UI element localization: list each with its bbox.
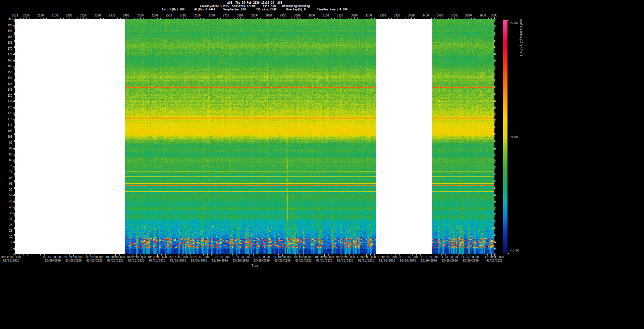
time-tick-label: 09:50:00.00002/26/2026 — [64, 256, 83, 263]
record-tick-label: 2250 — [80, 14, 87, 17]
frequency-tick-label: 55 — [0, 188, 12, 191]
record-tick-label: 2900 — [266, 14, 272, 17]
time-tick-label: 11:20:00.00002/26/2026 — [440, 256, 460, 263]
time-tick-date: 02/26/2026 — [189, 259, 209, 263]
time-tick-date: 02/26/2026 — [485, 259, 504, 263]
frequency-tick-label: 65 — [0, 176, 12, 179]
time-tick-time: 11:15:00.000 — [419, 256, 438, 259]
time-tick-label: 09:55:00.00002/26/2026 — [85, 256, 104, 263]
time-tick-label: 10:40:00.00002/26/2026 — [273, 256, 292, 263]
record-tick-label: 3400 — [408, 14, 415, 17]
record-tick-label: 2011 — [12, 14, 18, 17]
frequency-tick-label: 155 — [0, 70, 12, 74]
record-tick-label: 2750 — [223, 14, 229, 17]
frequency-tick-label: 140 — [0, 88, 12, 91]
time-tick-label: 10:55:00.00002/26/2026 — [335, 256, 355, 263]
frequency-tick-label: 130 — [0, 100, 12, 103]
time-tick-date: 02/26/2026 — [315, 259, 334, 263]
time-tick-time: 10:05:00.000 — [126, 256, 146, 259]
frequency-tick-label: 40 — [0, 206, 12, 209]
time-tick-time: 09:50:00.000 — [64, 256, 83, 259]
time-tick-date: 02/26/2026 — [398, 259, 418, 263]
time-tick-time: 11:05:00.000 — [377, 256, 397, 259]
time-tick-label: 10:35:00.00002/26/2026 — [252, 256, 271, 263]
time-tick-label: 10:15:00.00002/26/2026 — [168, 256, 188, 263]
time-axis-title: Time — [15, 264, 494, 267]
frequency-tick-label: 160 — [0, 65, 12, 68]
record-tick-label: 2150 — [52, 14, 58, 17]
frequency-tick-label: 100 — [0, 135, 12, 138]
frequency-tick-label: 45 — [0, 200, 12, 203]
time-tick-time: 10:15:00.000 — [168, 256, 188, 259]
time-tick-label: 10:45:00.00002/26/2026 — [294, 256, 313, 263]
time-tick-date: 02/26/2026 — [252, 259, 271, 263]
time-tick-time: 10:10:00.000 — [148, 256, 167, 259]
colorbar-axis-label: Amplitude(Log10(g²/Hz)) — [520, 19, 523, 254]
time-tick-label: 11:15:00.00002/26/2026 — [419, 256, 438, 263]
time-tick-label: 10:00:00.00002/26/2026 — [106, 256, 125, 263]
time-tick-date: 02/26/2026 — [231, 259, 251, 263]
record-tick-label: 3150 — [337, 14, 343, 17]
frequency-tick-label: 175 — [0, 47, 12, 50]
time-tick-date: 02/26/2026 — [273, 259, 292, 263]
header-processing-params: Cutoff(Hz):200 df(Hz):0.2441 Sample/Sec:… — [15, 8, 494, 11]
time-tick-label: 09:45:00.00002/26/2026 — [43, 256, 62, 263]
time-tick-time: 10:45:00.000 — [294, 256, 313, 259]
time-tick-date: 02/26/2026 — [126, 259, 146, 263]
record-tick-label: 2500 — [151, 14, 158, 17]
frequency-tick-label: 145 — [0, 82, 12, 85]
time-tick-time: 09:45:00.000 — [43, 256, 62, 259]
frequency-tick-label: 95 — [0, 141, 12, 144]
record-tick-label: 3550 — [451, 14, 457, 17]
record-tick-label: 3000 — [294, 14, 301, 17]
record-tick-label: 3300 — [380, 14, 386, 17]
frequency-tick-label: 105 — [0, 129, 12, 132]
colorbar-tick-label: -5.00 — [509, 22, 518, 25]
time-tick-label: 11:05:00.00002/26/2026 — [377, 256, 397, 263]
time-tick-date: 02/26/2026 — [210, 259, 230, 263]
time-tick-label: 11:10:00.00002/26/2026 — [398, 256, 418, 263]
time-tick-time: 10:25:00.000 — [210, 256, 230, 259]
frequency-tick-label: 135 — [0, 94, 12, 97]
time-tick-label: 10:30:00.00002/26/2026 — [231, 256, 251, 263]
time-tick-label: 10:50:00.00002/26/2026 — [315, 256, 334, 263]
record-tick-label: 2200 — [66, 14, 72, 17]
time-tick-date: 02/26/2026 — [419, 259, 438, 263]
frequency-tick-label: 125 — [0, 106, 12, 109]
record-tick-label: 3350 — [394, 14, 400, 17]
time-tick-label: 11:00:00.00002/26/2026 — [357, 256, 376, 263]
time-tick-time: 11:30:41.888 — [485, 256, 504, 259]
time-tick-date: 02/26/2026 — [440, 259, 460, 263]
frequency-tick-label: 15 — [0, 235, 12, 238]
record-tick-label: 2300 — [94, 14, 101, 17]
record-tick-label: 3600 — [465, 14, 472, 17]
record-tick-label: 3200 — [351, 14, 358, 17]
frequency-tick-label: 190 — [0, 30, 12, 33]
time-tick-date: 02/26/2026 — [461, 259, 480, 263]
record-tick-label: 3250 — [365, 14, 372, 17]
time-tick-label: 11:25:00.00002/26/2026 — [461, 256, 480, 263]
time-tick-date: 02/26/2026 — [1, 259, 21, 263]
record-tick-label: 2850 — [251, 14, 258, 17]
frequency-tick-label: 60 — [0, 182, 12, 185]
record-tick-label: 3100 — [323, 14, 329, 17]
header-title: AOS Thu 26 Feb 2026 11:30:29 AOS — [15, 1, 494, 4]
record-tick-label: 2050 — [23, 14, 30, 17]
frequency-tick-label: 30 — [0, 218, 12, 221]
frequency-tick-label: 20 — [0, 229, 12, 232]
record-tick-label: 2100 — [37, 14, 44, 17]
time-tick-label: 09:36:00.60802/26/2026 — [1, 256, 21, 263]
time-tick-date: 02/26/2026 — [294, 259, 313, 263]
frequency-tick-label: 80 — [0, 159, 12, 162]
frequency-tick-label: 90 — [0, 147, 12, 150]
frequency-tick-label: 170 — [0, 53, 12, 56]
time-tick-time: 10:30:00.000 — [231, 256, 251, 259]
record-tick-label: 2950 — [280, 14, 286, 17]
spectrogram-plot — [15, 19, 494, 254]
frequency-tick-label: 120 — [0, 112, 12, 115]
frequency-tick-label: 70 — [0, 171, 12, 174]
time-tick-date: 02/26/2026 — [106, 259, 125, 263]
time-tick-time: 10:40:00.000 — [273, 256, 292, 259]
frequency-tick-label: 150 — [0, 77, 12, 80]
time-tick-date: 02/26/2026 — [335, 259, 355, 263]
